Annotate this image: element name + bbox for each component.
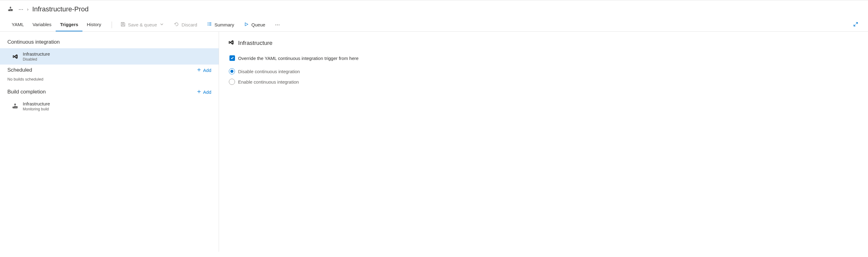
disable-ci-label: Disable continuous integration bbox=[238, 69, 300, 74]
summary-button[interactable]: Summary bbox=[205, 20, 237, 30]
play-icon bbox=[244, 22, 249, 28]
bc-item-infrastructure[interactable]: Infrastructure Monitoring build bbox=[0, 98, 219, 115]
chevron-right-icon: › bbox=[27, 7, 29, 12]
discard-button[interactable]: Discard bbox=[172, 20, 199, 30]
ci-item-subtitle: Disabled bbox=[23, 57, 50, 62]
bc-item-text: Infrastructure Monitoring build bbox=[23, 101, 50, 111]
page-title: Infrastructure-Prod bbox=[32, 5, 89, 13]
toolbar-right bbox=[853, 22, 861, 28]
fullscreen-icon[interactable] bbox=[853, 23, 858, 28]
override-checkbox[interactable] bbox=[229, 55, 235, 61]
ci-item-text: Infrastructure Disabled bbox=[23, 51, 50, 62]
bc-item-subtitle: Monitoring build bbox=[23, 107, 50, 111]
vs-icon bbox=[227, 39, 235, 47]
plus-icon bbox=[197, 68, 201, 73]
override-checkbox-row: Override the YAML continuous integration… bbox=[227, 55, 859, 61]
divider bbox=[112, 22, 112, 28]
override-label: Override the YAML continuous integration… bbox=[238, 56, 359, 61]
queue-button[interactable]: Queue bbox=[242, 20, 268, 30]
add-scheduled-button[interactable]: Add bbox=[197, 68, 211, 73]
tabs: YAML Variables Triggers History bbox=[7, 18, 105, 31]
disable-ci-row: Disable continuous integration bbox=[227, 68, 859, 74]
scheduled-empty-msg: No builds scheduled bbox=[0, 76, 219, 86]
add-label: Add bbox=[203, 68, 211, 73]
bc-item-title: Infrastructure bbox=[23, 101, 50, 106]
summary-icon bbox=[207, 22, 212, 28]
more-actions-button[interactable]: ⋯ bbox=[273, 20, 282, 30]
save-icon bbox=[121, 22, 125, 28]
queue-label: Queue bbox=[251, 22, 265, 27]
add-build-completion-button[interactable]: Add bbox=[197, 90, 211, 95]
breadcrumb: ⋯ › Infrastructure-Prod bbox=[19, 5, 89, 13]
tab-yaml[interactable]: YAML bbox=[7, 18, 28, 31]
scheduled-section: Scheduled Add bbox=[0, 65, 219, 76]
left-pane: Continuous integration Infrastructure Di… bbox=[0, 32, 219, 252]
detail-title: Infrastructure bbox=[238, 40, 273, 46]
enable-ci-label: Enable continuous integration bbox=[238, 79, 299, 85]
vs-icon bbox=[12, 53, 19, 60]
scheduled-header: Scheduled bbox=[7, 67, 32, 73]
save-queue-button[interactable]: Save & queue bbox=[118, 20, 167, 30]
toolbar: YAML Variables Triggers History Save & q… bbox=[0, 18, 868, 32]
ci-section-header: Continuous integration bbox=[0, 38, 219, 48]
right-pane: Infrastructure Override the YAML continu… bbox=[219, 32, 868, 252]
chevron-down-icon bbox=[159, 22, 164, 28]
build-completion-header: Build completion bbox=[7, 89, 46, 95]
toolbar-actions: Save & queue Discard Summary bbox=[118, 20, 282, 30]
build-icon bbox=[12, 103, 19, 110]
discard-label: Discard bbox=[182, 22, 197, 27]
detail-header: Infrastructure bbox=[227, 39, 859, 47]
tab-triggers[interactable]: Triggers bbox=[56, 18, 83, 31]
enable-ci-radio[interactable] bbox=[229, 79, 235, 85]
ci-item-infrastructure[interactable]: Infrastructure Disabled bbox=[0, 48, 219, 65]
summary-label: Summary bbox=[214, 22, 234, 27]
tab-history[interactable]: History bbox=[83, 18, 105, 31]
disable-ci-radio[interactable] bbox=[229, 68, 235, 74]
breadcrumb-ellipsis[interactable]: ⋯ bbox=[19, 6, 23, 12]
ci-item-title: Infrastructure bbox=[23, 51, 50, 57]
content: Continuous integration Infrastructure Di… bbox=[0, 32, 868, 252]
pipeline-icon bbox=[7, 6, 13, 12]
plus-icon bbox=[197, 90, 201, 95]
add-label: Add bbox=[203, 90, 211, 95]
undo-icon bbox=[174, 22, 179, 28]
tab-variables[interactable]: Variables bbox=[28, 18, 56, 31]
save-queue-label: Save & queue bbox=[128, 22, 157, 27]
header: ⋯ › Infrastructure-Prod bbox=[0, 0, 868, 18]
build-completion-section: Build completion Add bbox=[0, 86, 219, 98]
enable-ci-row: Enable continuous integration bbox=[227, 79, 859, 85]
